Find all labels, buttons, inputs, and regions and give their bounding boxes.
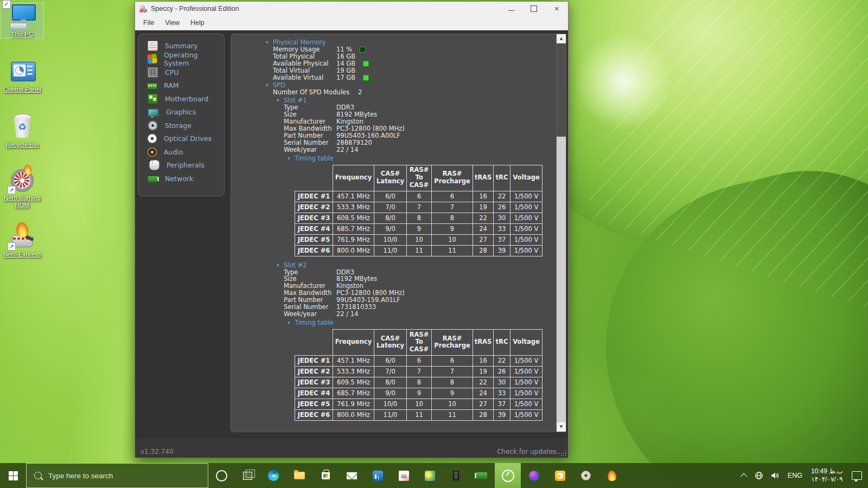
menu-help[interactable]: Help xyxy=(186,17,209,28)
hard-disk-icon xyxy=(148,120,158,131)
menu-view[interactable]: View xyxy=(160,17,184,28)
cell: 24 xyxy=(473,223,494,234)
section-header-timing-table-2[interactable]: ▾Timing table xyxy=(288,319,557,326)
taskbar-media-app-button[interactable] xyxy=(365,463,391,488)
section-header-slot-1[interactable]: ▾Slot #1 xyxy=(277,97,557,104)
minimize-button[interactable] xyxy=(500,2,522,16)
section-title: Slot #2 xyxy=(284,261,307,269)
window-title: Speccy - Professional Edition xyxy=(151,5,500,12)
scroll-up-button[interactable]: ▲ xyxy=(557,34,566,43)
collapse-arrow-icon[interactable]: ▾ xyxy=(288,319,295,326)
desktop-icon-this-pc[interactable]: ✓ This PC xyxy=(1,3,43,38)
sidebar-label: Graphics xyxy=(166,108,196,116)
ram-details: ▾Physical Memory Memory Usage11 % Total … xyxy=(231,34,557,432)
taskbar-nero-express-button[interactable] xyxy=(599,463,625,488)
taskbar-ccleaner-button[interactable] xyxy=(521,463,547,488)
cell: 457.1 MHz xyxy=(333,355,374,366)
sidebar-item-ram[interactable]: RAM xyxy=(138,79,224,93)
desktop-icon-control-panel[interactable]: Control Panel xyxy=(1,59,43,93)
taskbar-store-button[interactable] xyxy=(312,463,339,488)
cell: 1/500 V xyxy=(510,355,542,366)
title-bar[interactable]: Speccy - Professional Edition ✕ xyxy=(135,2,568,16)
optical-disc-icon xyxy=(148,134,157,143)
taskbar-search[interactable] xyxy=(26,463,208,488)
start-button[interactable] xyxy=(0,463,26,488)
field-value: PC3-12800 (800 MHz) xyxy=(336,125,405,132)
desktop-icon-recycle-bin[interactable]: ♻ Recycle Bin xyxy=(1,114,43,149)
field-value: 2 xyxy=(358,89,362,96)
info-row: TypeDDR3 xyxy=(284,269,557,276)
field-value: 22 / 14 xyxy=(336,146,358,153)
collapse-arrow-icon[interactable]: ▾ xyxy=(266,38,273,46)
col-header: tRAS xyxy=(473,329,494,355)
taskbar-cortana-button[interactable] xyxy=(208,463,234,488)
tray-language-indicator[interactable]: ENG xyxy=(784,463,806,488)
collapse-arrow-icon[interactable]: ▾ xyxy=(277,97,284,104)
taskbar-tv-card-button[interactable] xyxy=(469,463,495,488)
tray-clock[interactable]: 10:49 ب.ظ ۱۴۰۴/۰۷/۰۹ xyxy=(806,467,848,484)
sidebar-item-motherboard[interactable]: Motherboard xyxy=(138,92,224,106)
taskbar-task-view-button[interactable] xyxy=(234,463,260,488)
section-title: SPD xyxy=(273,81,285,89)
row-header: JEDEC #4 xyxy=(295,388,333,399)
cell: 24 xyxy=(473,388,494,399)
taskbar-disc-app-button[interactable] xyxy=(573,463,599,488)
task-view-icon xyxy=(243,472,252,480)
col-header: tRAS xyxy=(473,165,494,191)
taskbar-nero-vision-button[interactable] xyxy=(417,463,443,488)
maximize-button[interactable] xyxy=(522,2,545,16)
cell: 7 xyxy=(407,202,432,213)
section-title: Timing table xyxy=(295,319,334,326)
cell: 1/500 V xyxy=(510,202,542,213)
sidebar-item-operating-system[interactable]: Operating System xyxy=(138,53,224,66)
desktop-icon-nero-burning-rom[interactable]: ↗ Nero Burning ROM xyxy=(1,167,43,209)
taskbar-speccy-button-active[interactable] xyxy=(495,463,521,488)
info-row: Serial Number288879120 xyxy=(284,139,557,146)
field-label: Serial Number xyxy=(284,304,336,311)
tray-action-center-button[interactable] xyxy=(848,463,866,488)
scroll-down-button[interactable]: ▼ xyxy=(557,422,566,432)
selection-checkbox[interactable]: ✓ xyxy=(2,0,11,9)
collapse-arrow-icon[interactable]: ▾ xyxy=(288,155,295,162)
check-for-updates-link[interactable]: Check for updates... xyxy=(497,448,563,455)
wallpaper-leaf xyxy=(571,142,868,488)
taskbar-nero-burn-button[interactable] xyxy=(391,463,417,488)
desktop-icon-nero-express[interactable]: ↗ Nero Express xyxy=(1,223,43,258)
scrollbar-thumb[interactable] xyxy=(557,43,566,137)
ram-stick-icon xyxy=(148,84,157,89)
sidebar-item-graphics[interactable]: Graphics xyxy=(138,106,224,119)
sidebar-item-optical-drives[interactable]: Optical Drives xyxy=(138,132,224,146)
section-header-slot-2[interactable]: ▾Slot #2 xyxy=(277,261,557,269)
version-label: v1.32.740 xyxy=(141,448,174,455)
taskbar-edge-button[interactable] xyxy=(260,463,286,488)
taskbar-pc-tower-button[interactable] xyxy=(443,463,469,488)
taskbar-media-player-button[interactable]: ▶ xyxy=(547,463,573,488)
taskbar-mail-button[interactable] xyxy=(339,463,365,488)
speccy-window: Speccy - Professional Edition ✕ File Vie… xyxy=(135,1,569,458)
menu-file[interactable]: File xyxy=(138,17,159,28)
collapse-arrow-icon[interactable]: ▾ xyxy=(266,81,273,89)
cell: 10/0 xyxy=(374,234,407,245)
search-input[interactable] xyxy=(47,471,190,480)
tray-network-button[interactable] xyxy=(751,463,767,488)
taskbar-file-explorer-button[interactable] xyxy=(286,463,312,488)
sidebar-item-network[interactable]: Network xyxy=(138,172,224,185)
sidebar-item-audio[interactable]: Audio xyxy=(138,145,224,159)
sidebar-item-storage[interactable]: Storage xyxy=(138,119,224,132)
vertical-scrollbar[interactable]: ▲ ▼ xyxy=(556,34,566,432)
tray-volume-button[interactable] xyxy=(767,463,784,488)
section-header-physical-memory[interactable]: ▾Physical Memory xyxy=(266,38,557,46)
cell: 28 xyxy=(473,245,494,256)
cell: 10 xyxy=(407,399,432,409)
sidebar-item-peripherals[interactable]: Peripherals xyxy=(138,159,224,172)
section-header-spd[interactable]: ▾SPD xyxy=(266,81,557,89)
tray-show-hidden-icons-button[interactable] xyxy=(738,463,751,488)
cell: 685.7 MHz xyxy=(333,388,374,399)
sidebar-item-cpu[interactable]: CPU xyxy=(138,66,224,79)
cell: 10 xyxy=(432,399,473,409)
collapse-arrow-icon[interactable]: ▾ xyxy=(277,261,284,269)
close-button[interactable]: ✕ xyxy=(545,2,568,16)
resize-grip[interactable] xyxy=(560,450,567,457)
section-header-timing-table-1[interactable]: ▾Timing table xyxy=(288,155,557,162)
info-row: TypeDDR3 xyxy=(284,104,557,111)
